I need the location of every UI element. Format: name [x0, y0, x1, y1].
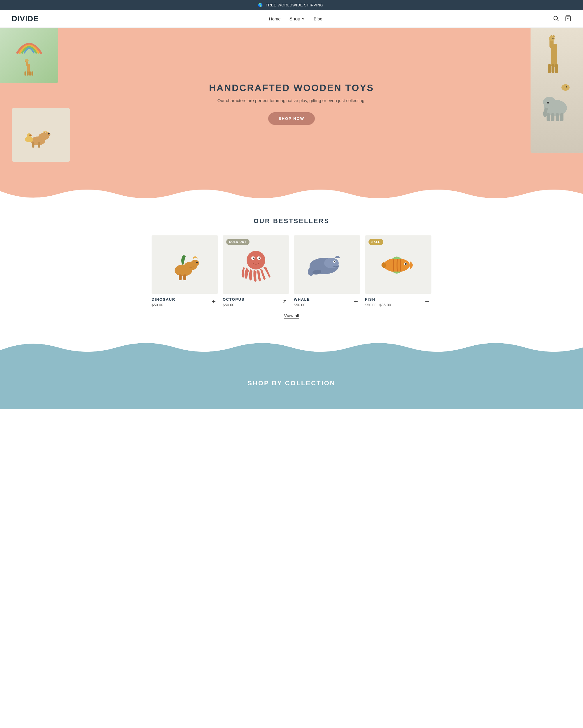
svg-point-53: [258, 258, 260, 259]
search-icon[interactable]: [553, 15, 559, 23]
svg-point-43: [191, 260, 199, 266]
view-all-wrapper: View all: [12, 313, 571, 318]
animals-right-svg: [533, 35, 580, 146]
sold-out-badge: SOLD OUT: [226, 239, 250, 245]
svg-rect-30: [555, 64, 558, 73]
view-all-link[interactable]: View all: [284, 313, 299, 319]
view-octopus[interactable]: [280, 297, 289, 306]
svg-point-7: [25, 59, 29, 62]
svg-rect-35: [551, 113, 554, 121]
banner-text: FREE WORLDWIDE SHIPPING: [266, 3, 323, 7]
dinosaur-toy-svg: [166, 244, 204, 285]
fish-toy-svg: [376, 244, 420, 285]
svg-point-26: [549, 36, 555, 41]
svg-line-54: [284, 301, 286, 303]
hero-subtitle: Our characters are perfect for imaginati…: [209, 98, 374, 103]
product-image-whale: [294, 235, 360, 294]
product-image-octopus: SOLD OUT: [223, 235, 289, 294]
product-price-octopus: $50.00: [223, 303, 245, 307]
chevron-icon: [301, 17, 305, 21]
shop-collection-title: SHOP BY COLLECTION: [12, 380, 571, 387]
site-header: DIVIDE Home Shop Blog: [0, 10, 583, 28]
svg-point-15: [48, 133, 50, 134]
product-info-dinosaur: DINOSAUR $50.00: [151, 297, 218, 307]
shop-collection-section: SHOP BY COLLECTION: [0, 362, 583, 409]
svg-point-21: [29, 134, 31, 136]
header-icons: [553, 15, 571, 23]
rainbow-toy-svg: [15, 32, 44, 56]
hero-image-right: [530, 28, 583, 153]
products-grid: DINOSAUR $50.00 SOLD OUT: [151, 235, 432, 307]
product-info-whale: WHALE $50.00: [294, 297, 360, 307]
svg-rect-8: [25, 72, 26, 76]
svg-rect-17: [38, 142, 40, 148]
product-price-dinosaur: $50.00: [151, 303, 175, 307]
hero-section: HANDCRAFTED WOODEN TOYS Our characters a…: [0, 28, 583, 179]
wave-divider-hero: [0, 179, 583, 203]
octopus-toy-svg: [235, 244, 276, 285]
site-logo[interactable]: DIVIDE: [12, 14, 39, 23]
svg-point-44: [196, 262, 198, 263]
product-info-fish: FISH $50.00 $35.00: [365, 297, 432, 307]
product-card-dinosaur[interactable]: DINOSAUR $50.00: [151, 235, 218, 307]
product-image-fish: SALE: [365, 235, 432, 294]
svg-rect-16: [32, 142, 34, 148]
product-name-dinosaur: DINOSAUR: [151, 297, 175, 302]
banner-icon: 🌎: [258, 3, 263, 7]
add-to-cart-whale[interactable]: [352, 297, 360, 306]
nav-shop[interactable]: Shop: [289, 16, 305, 22]
svg-rect-11: [31, 72, 33, 76]
svg-rect-9: [27, 72, 29, 76]
shop-now-button[interactable]: SHOP NOW: [268, 112, 315, 125]
bestsellers-section: OUR BESTSELLERS DINOSAUR: [0, 203, 583, 330]
svg-point-27: [552, 37, 554, 39]
svg-point-40: [566, 86, 567, 87]
original-price-fish: $50.00: [365, 303, 377, 307]
product-name-whale: WHALE: [294, 297, 310, 302]
sale-price-fish: $35.00: [379, 303, 391, 307]
whale-toy-svg: [305, 244, 349, 285]
hero-content: HANDCRAFTED WOODEN TOYS Our characters a…: [203, 71, 380, 136]
hero-title: HANDCRAFTED WOODEN TOYS: [209, 82, 374, 93]
svg-rect-34: [547, 113, 550, 121]
product-info-octopus: OCTOPUS $50.00: [223, 297, 289, 307]
nav-blog[interactable]: Blog: [314, 16, 323, 21]
product-name-octopus: OCTOPUS: [223, 297, 245, 302]
product-card-octopus[interactable]: SOLD OUT: [223, 235, 289, 307]
product-price-fish: $50.00 $35.00: [365, 303, 391, 307]
svg-point-58: [334, 261, 335, 262]
product-card-fish[interactable]: SALE FISH: [365, 235, 432, 307]
svg-point-49: [247, 251, 265, 269]
product-name-fish: FISH: [365, 297, 391, 302]
svg-rect-36: [556, 113, 559, 121]
bestsellers-title: OUR BESTSELLERS: [12, 217, 571, 225]
svg-rect-10: [29, 72, 31, 76]
svg-point-0: [554, 16, 558, 20]
svg-line-1: [557, 20, 558, 21]
dino-basket-svg: [22, 118, 60, 153]
sale-badge: SALE: [368, 239, 383, 245]
cart-icon[interactable]: [565, 15, 571, 23]
svg-point-14: [45, 132, 50, 137]
product-image-dinosaur: [151, 235, 218, 294]
svg-rect-46: [183, 275, 186, 280]
hero-image-left-top: [0, 28, 58, 83]
svg-point-64: [405, 263, 407, 265]
product-price-whale: $50.00: [294, 303, 310, 307]
product-card-whale[interactable]: WHALE $50.00: [294, 235, 360, 307]
svg-rect-45: [179, 275, 182, 280]
svg-point-52: [253, 258, 254, 259]
wave-divider-teal: [0, 336, 583, 362]
svg-rect-28: [548, 64, 551, 73]
svg-point-33: [547, 102, 549, 104]
svg-rect-37: [560, 113, 563, 121]
hero-image-left-bottom: [12, 108, 70, 162]
giraffe-toy-svg: [20, 58, 38, 78]
nav-home[interactable]: Home: [269, 16, 281, 21]
add-to-cart-fish[interactable]: [423, 297, 432, 306]
add-to-cart-dinosaur[interactable]: [209, 297, 218, 306]
svg-rect-29: [552, 64, 554, 73]
main-nav: Home Shop Blog: [269, 16, 323, 22]
svg-point-32: [543, 97, 556, 107]
top-banner: 🌎 FREE WORLDWIDE SHIPPING: [0, 0, 583, 10]
